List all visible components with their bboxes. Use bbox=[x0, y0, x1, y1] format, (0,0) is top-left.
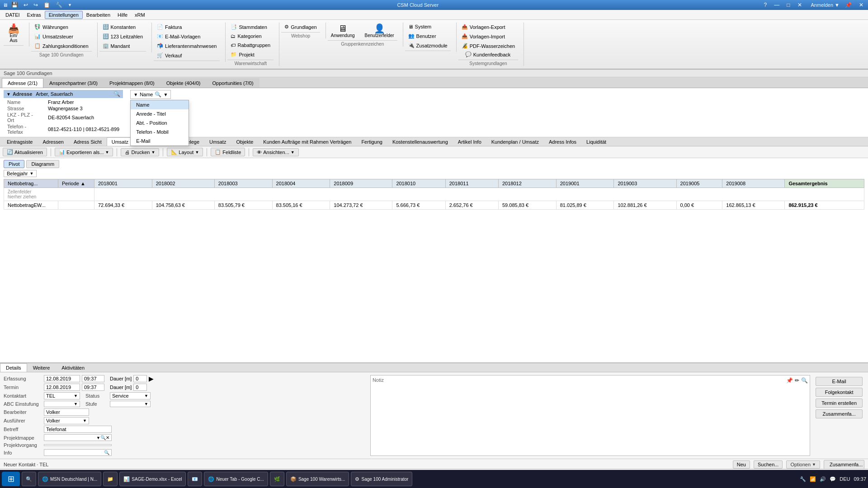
ribbon-btn-system[interactable]: 🖥 System bbox=[405, 23, 451, 31]
field-dropdown-arrow[interactable]: ▼ bbox=[163, 92, 168, 97]
sub-tab-fertigung[interactable]: Fertigung bbox=[356, 137, 387, 146]
btn-diagramm[interactable]: Diagramm bbox=[26, 160, 59, 168]
abc-dropdown-arrow[interactable]: ▼ bbox=[74, 402, 78, 406]
ribbon-btn-einaus[interactable]: 📥 Ein/Aus bbox=[4, 23, 24, 44]
dropdown-item-abt[interactable]: Abt. - Position bbox=[131, 118, 189, 127]
termin-date-input[interactable] bbox=[44, 384, 80, 391]
col-header-netto[interactable]: Nettobetrag... bbox=[4, 179, 58, 188]
taskbar-sage-admin[interactable]: ⚙ Sage 100 Administrator bbox=[351, 472, 412, 486]
tab-adresse[interactable]: Adresse (2/1) bbox=[2, 78, 43, 88]
kontaktart-dropdown-arrow[interactable]: ▼ bbox=[74, 394, 78, 398]
sub-tab-adress-infos[interactable]: Adress Infos bbox=[544, 137, 581, 146]
ribbon-btn-zusatzmodule[interactable]: 🔌 Zusatzmodule bbox=[405, 41, 451, 50]
quick-undo[interactable]: ↩ bbox=[22, 2, 30, 8]
quick-clipboard[interactable]: 📋 bbox=[42, 2, 52, 8]
details-tab-weitere[interactable]: Weitere bbox=[27, 363, 56, 372]
taskbar-sage-ww[interactable]: 📦 Sage 100 Warenwirts... bbox=[286, 472, 349, 486]
sub-tab-adressen[interactable]: Adressen bbox=[38, 137, 68, 146]
status-input[interactable]: Service ▼ bbox=[110, 392, 151, 399]
btn-email[interactable]: E-Mail bbox=[816, 377, 863, 386]
ribbon-btn-vorlagen-export[interactable]: 📤 Vorlagen-Export bbox=[458, 23, 518, 31]
pm-clear-icon[interactable]: ✕ bbox=[106, 435, 109, 440]
btn-feldliste[interactable]: 📋 Feldliste bbox=[211, 148, 245, 156]
dauer-val1-input[interactable] bbox=[133, 375, 147, 382]
menu-einstellungen[interactable]: Einstellungen bbox=[45, 11, 83, 19]
sub-tab-artikel-info[interactable]: Artikel Info bbox=[453, 137, 486, 146]
col-header-periode[interactable]: Periode ▲ bbox=[58, 179, 94, 188]
ribbon-btn-rabattgruppen[interactable]: 🏷 Rabattgruppen bbox=[227, 41, 274, 49]
btn-zusammenfa-bottom[interactable]: Zusammenfa... bbox=[824, 460, 864, 469]
taskbar-chrome[interactable]: 🌐 Neuer Tab - Google C... bbox=[204, 472, 268, 486]
tab-ansprechpartner[interactable]: Ansprechpartner (3/0) bbox=[43, 78, 104, 88]
btn-exportieren[interactable]: 📊 Exportieren als... ▼ bbox=[55, 148, 113, 156]
sub-tab-liquiditaet[interactable]: Liquidität bbox=[581, 137, 611, 146]
sub-tab-adress-sicht[interactable]: Adress Sicht bbox=[69, 137, 107, 146]
projektvorgang-input[interactable] bbox=[44, 444, 112, 446]
taskbar-search[interactable]: 🔍 bbox=[22, 472, 36, 486]
btn-termin-erstellen[interactable]: Termin erstellen bbox=[816, 399, 863, 408]
ribbon-btn-pdf-wz[interactable]: 🔏 PDF-Wasserzeichen bbox=[458, 42, 518, 50]
ribbon-btn-kategorien[interactable]: 🗂 Kategorien bbox=[227, 32, 274, 40]
stufe-input[interactable]: ▼ bbox=[110, 401, 151, 407]
taskbar-sage-green[interactable]: 🌿 bbox=[270, 472, 284, 486]
ausfuehrer-dropdown-arrow[interactable]: ▼ bbox=[83, 418, 87, 423]
btn-pivot[interactable]: Pivot bbox=[4, 160, 24, 168]
ribbon-btn-anwendung[interactable]: 🖥 Anwendung bbox=[328, 23, 358, 39]
notiz-icon2[interactable]: ✏ bbox=[795, 377, 799, 384]
field-selector[interactable]: ▼ Name 🔍 ▼ bbox=[130, 90, 171, 99]
ribbon-btn-benutzerfelder[interactable]: 👤 Benutzerfelder bbox=[362, 23, 397, 39]
taskbar-outlook[interactable]: 📧 bbox=[188, 472, 202, 486]
dropdown-item-email[interactable]: E-Mail bbox=[131, 136, 189, 145]
dropdown-item-telefon-mobil[interactable]: Telefon - Mobil bbox=[131, 127, 189, 136]
sub-tab-objekte[interactable]: Objekte bbox=[231, 137, 258, 146]
ribbon-btn-kundenfeedback[interactable]: 💬 Kundenfeedback bbox=[462, 50, 514, 59]
btn-suchen[interactable]: Suchen... bbox=[754, 460, 783, 469]
btn-drucken[interactable]: 🖨 Drucken ▼ bbox=[121, 148, 159, 156]
zellenfelder-label[interactable]: Zellenfelder hierher ziehen bbox=[4, 188, 94, 201]
ribbon-btn-konstanten[interactable]: 🔢 Konstanten bbox=[99, 23, 146, 31]
close-app-btn[interactable]: ✕ bbox=[857, 2, 865, 8]
pm-search-icon[interactable]: 🔍 bbox=[100, 435, 106, 440]
info-search-icon[interactable]: 🔍 bbox=[104, 450, 109, 455]
details-tab-aktivitaeten[interactable]: Aktivitäten bbox=[56, 363, 90, 372]
ribbon-btn-vorlagen-import[interactable]: 📥 Vorlagen-Import bbox=[458, 32, 518, 41]
pm-dropdown-arrow[interactable]: ▼ bbox=[96, 436, 100, 440]
menu-xrm[interactable]: xRM bbox=[131, 11, 149, 19]
taskbar-explorer[interactable]: 📁 bbox=[103, 472, 118, 486]
menu-extras[interactable]: Extras bbox=[24, 11, 45, 19]
bearbeiter-input[interactable]: Volker bbox=[44, 408, 89, 416]
play-btn1[interactable]: ▶ bbox=[149, 375, 154, 382]
ribbon-btn-verkauf[interactable]: 🛒 Verkauf bbox=[154, 51, 220, 60]
btn-folgekontakt[interactable]: Folgekontakt bbox=[816, 388, 863, 397]
details-tab-details[interactable]: Details bbox=[0, 363, 27, 372]
quick-dropdown[interactable]: ▼ bbox=[66, 3, 74, 7]
projektmappe-input[interactable]: ▼ 🔍 ✕ bbox=[44, 434, 112, 441]
field-search-icon[interactable]: 🔍 bbox=[155, 91, 161, 98]
quick-redo[interactable]: ↪ bbox=[32, 2, 40, 8]
collapse-icon[interactable]: ▼ bbox=[6, 92, 11, 97]
restore-btn[interactable]: □ bbox=[785, 2, 792, 8]
erfassung-time-input[interactable] bbox=[82, 375, 104, 382]
status-dropdown-arrow[interactable]: ▼ bbox=[144, 394, 148, 398]
sub-tab-kunden-auftraege[interactable]: Kunden Aufträge mit Rahmen Verträgen bbox=[258, 137, 356, 146]
taskbar-excel[interactable]: 📊 SAGE-Demo.xlsx - Excel bbox=[119, 472, 186, 486]
sub-tab-eintragsiste[interactable]: Eintragsiste bbox=[2, 137, 38, 146]
ausfuehrer-input[interactable]: Volker ▼ bbox=[44, 417, 89, 424]
tray-icon3[interactable]: 🔊 bbox=[820, 476, 826, 482]
sub-tab-kundenplan[interactable]: Kundenplan / Umsatz bbox=[486, 137, 544, 146]
betreff-input[interactable] bbox=[44, 426, 112, 433]
stufe-dropdown-arrow[interactable]: ▼ bbox=[144, 402, 148, 406]
ribbon-btn-waehrungen[interactable]: 💱 Währungen bbox=[31, 23, 92, 31]
address-search-icon[interactable]: 🔍 bbox=[113, 91, 120, 97]
menu-hilfe[interactable]: Hilfe bbox=[114, 11, 131, 19]
quick-save[interactable]: 💾 bbox=[9, 2, 20, 8]
tray-icon1[interactable]: 🔧 bbox=[800, 476, 806, 482]
menu-bearbeiten[interactable]: Bearbeiten bbox=[83, 11, 114, 19]
erfassung-date-input[interactable] bbox=[44, 375, 80, 382]
abc-input[interactable]: ▼ bbox=[44, 401, 80, 407]
btn-neu[interactable]: Neu bbox=[733, 460, 750, 469]
ribbon-btn-faktura[interactable]: 📄 Faktura bbox=[154, 23, 220, 31]
dauer-val2-input[interactable] bbox=[133, 384, 147, 391]
taskbar-msn[interactable]: 🌐 MSN Deutschland | N... bbox=[38, 472, 101, 486]
sub-tab-umsatz[interactable]: Umsatz bbox=[107, 137, 133, 146]
